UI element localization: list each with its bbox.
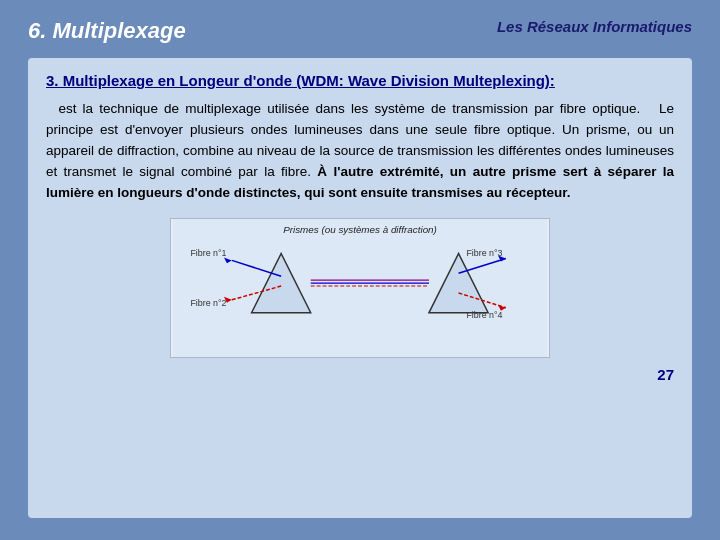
diagram: Prismes (ou systèmes à diffraction) Fibr… — [170, 218, 550, 358]
svg-text:Fibre n°4: Fibre n°4 — [466, 309, 502, 319]
slide: 6. Multiplexage Les Réseaux Informatique… — [0, 0, 720, 540]
slide-title-left: 6. Multiplexage — [28, 18, 186, 44]
section-title: 3. Multiplexage en Longeur d'onde (WDM: … — [46, 72, 674, 89]
slide-title-right: Les Réseaux Informatiques — [497, 18, 692, 35]
diagram-container: Prismes (ou systèmes à diffraction) Fibr… — [46, 218, 674, 358]
content-area: 3. Multiplexage en Longeur d'onde (WDM: … — [28, 58, 692, 518]
body-text: est la technique de multiplexage utilisé… — [46, 99, 674, 204]
svg-text:Fibre n°3: Fibre n°3 — [466, 248, 502, 258]
svg-text:Fibre n°1: Fibre n°1 — [190, 248, 226, 258]
svg-text:Fibre n°2: Fibre n°2 — [190, 297, 226, 307]
page-number: 27 — [46, 366, 674, 383]
svg-text:Prismes (ou systèmes à diffrac: Prismes (ou systèmes à diffraction) — [283, 223, 437, 234]
svg-rect-0 — [173, 219, 548, 357]
header: 6. Multiplexage Les Réseaux Informatique… — [28, 18, 692, 44]
